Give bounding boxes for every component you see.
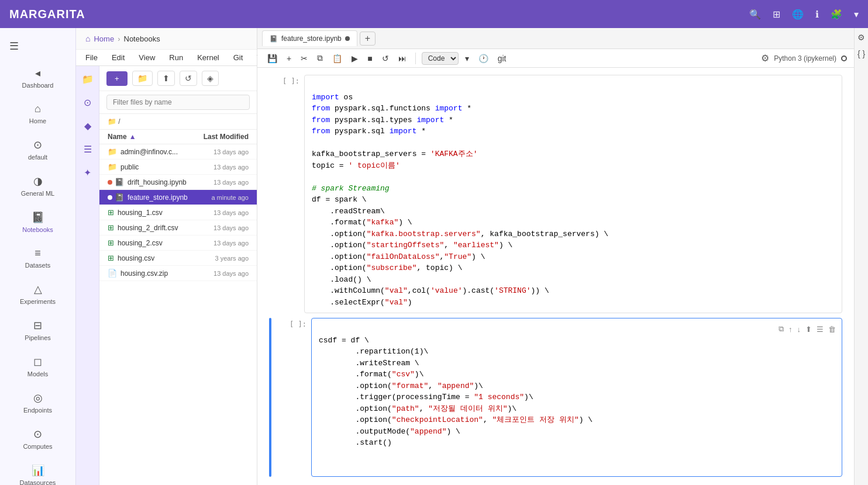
zip-icon: 📄: [108, 269, 117, 278]
refresh-button[interactable]: ↺: [180, 71, 197, 86]
string-literal: ' topic이름': [348, 161, 399, 170]
sidebar-item-notebooks[interactable]: 📓 Notebooks: [5, 205, 71, 239]
cell-content-2[interactable]: csdf = df \ .repartition(1)\ .writeStrea…: [311, 318, 842, 477]
string-literal: "kafka.bootstrap.servers": [367, 230, 481, 238]
panel-icon-circle[interactable]: ⊙: [80, 94, 96, 110]
list-item[interactable]: 📓 feature_store.ipynb a minute ago: [99, 190, 257, 205]
link-button[interactable]: ⬆: [804, 323, 813, 335]
folder-button[interactable]: 📁: [132, 71, 153, 86]
sidebar-item-pipelines[interactable]: ⊟ Pipelines: [5, 313, 71, 347]
breadcrumb-separator: ›: [118, 34, 120, 43]
sidebar-item-general-ml[interactable]: ◑ General ML: [5, 169, 71, 203]
menu-icon[interactable]: ☰: [9, 40, 19, 53]
panel-icon-diamond[interactable]: ◆: [80, 117, 96, 134]
add-cell-button[interactable]: +: [284, 52, 294, 65]
string-literal: 'KAFKA주소': [430, 150, 478, 158]
list-item[interactable]: 📄 housing.csv.zip 13 days ago: [99, 266, 257, 281]
menu-file[interactable]: File: [83, 52, 100, 63]
run-button[interactable]: ▶: [349, 52, 361, 65]
hamburger-menu[interactable]: ☰: [0, 35, 75, 57]
cut-button[interactable]: ✂: [298, 52, 311, 65]
sidebar-item-computes[interactable]: ⊙ Computes: [5, 422, 71, 456]
tab-modified-indicator: [345, 36, 350, 41]
chevron-down-icon[interactable]: ▾: [854, 9, 859, 20]
cell-content-1[interactable]: import os from pyspark.sql.functions imp…: [304, 75, 842, 313]
kernel-info: ⚙ Python 3 (ipykernel): [761, 53, 847, 64]
dropdown-button[interactable]: ▾: [462, 52, 472, 65]
sidebar-item-home[interactable]: ⌂ Home: [5, 97, 71, 130]
puzzle-icon[interactable]: 🧩: [831, 9, 842, 20]
git-button[interactable]: ◈: [202, 71, 219, 86]
delete-button[interactable]: 🗑: [827, 323, 837, 335]
dashboard-icon: ◂: [35, 67, 40, 79]
keyword: import: [312, 93, 339, 102]
sidebar-item-endpoints[interactable]: ◎ Endpoints: [5, 386, 71, 420]
right-settings-icon[interactable]: ⚙: [857, 33, 865, 42]
string-literal: "val": [385, 298, 408, 307]
move-down-button[interactable]: ↓: [796, 323, 802, 335]
column-name[interactable]: Name ▲: [108, 133, 184, 141]
search-input[interactable]: [106, 95, 250, 110]
settings-gear-icon[interactable]: ⚙: [761, 53, 769, 64]
string-literal: "kafka": [367, 218, 399, 227]
panel-icon-list[interactable]: ☰: [80, 141, 96, 157]
kernel-name: Python 3 (ipykernel): [774, 54, 836, 63]
notebook-cells: [ ]: import os from pyspark.sql.function…: [257, 68, 854, 485]
restart-button[interactable]: ↺: [379, 52, 392, 65]
string-literal: "format": [392, 382, 428, 390]
new-button[interactable]: +: [106, 71, 128, 86]
breadcrumb-current: Notebooks: [124, 34, 160, 43]
breadcrumb-home[interactable]: Home: [94, 34, 114, 43]
comment-button[interactable]: ☰: [815, 323, 825, 335]
menu-git[interactable]: Git: [231, 52, 246, 63]
string-literal: "val": [385, 286, 408, 295]
list-item[interactable]: ⊞ housing_1.csv 13 days ago: [99, 205, 257, 220]
list-item[interactable]: 📁 admin@infinov.c... 13 days ago: [99, 144, 257, 160]
menu-run[interactable]: Run: [167, 52, 185, 63]
sidebar: ☰ ◂ Dashboard ⌂ Home ⊙ default ◑ General…: [0, 28, 76, 485]
computes-icon: ⊙: [33, 428, 42, 441]
endpoints-icon: ◎: [33, 392, 43, 404]
menu-edit[interactable]: Edit: [109, 52, 127, 63]
folder-icon: 📁: [108, 162, 117, 171]
list-item[interactable]: ⊞ housing_2.csv 13 days ago: [99, 235, 257, 251]
file-panel-inner: 📁 ⊙ ◆ ☰ ✦ + 📁 ⬆ ↺ ◈: [76, 66, 257, 485]
add-tab-button[interactable]: +: [360, 32, 376, 46]
sidebar-item-datasources[interactable]: 📊 Datasources: [5, 458, 71, 485]
fast-forward-button[interactable]: ⏭: [395, 52, 409, 65]
git-label[interactable]: git: [495, 52, 509, 65]
right-code-icon[interactable]: { }: [857, 49, 865, 58]
list-item[interactable]: ⊞ housing_2_drift.csv 13 days ago: [99, 220, 257, 235]
experiments-icon: △: [34, 283, 42, 296]
search-icon[interactable]: 🔍: [749, 9, 761, 20]
notebook-tab[interactable]: 📓 feature_store.ipynb: [262, 30, 357, 46]
grid-icon[interactable]: ⊞: [773, 9, 780, 20]
stop-button[interactable]: ■: [364, 52, 375, 65]
sidebar-item-dashboard[interactable]: ◂ Dashboard: [5, 61, 71, 95]
sidebar-item-experiments[interactable]: △ Experiments: [5, 277, 71, 311]
home-icon: ⌂: [35, 103, 41, 115]
sidebar-item-default[interactable]: ⊙ default: [5, 133, 71, 167]
move-up-button[interactable]: ↑: [787, 323, 794, 335]
sidebar-item-datasets[interactable]: ≡ Datasets: [5, 241, 71, 275]
save-button[interactable]: 💾: [264, 52, 280, 65]
panel-icon-star[interactable]: ✦: [80, 164, 96, 181]
panel-icon-folder[interactable]: 📁: [80, 71, 96, 87]
list-item[interactable]: 📓 drift_housing.ipynb 13 days ago: [99, 175, 257, 190]
cell-type-select[interactable]: Code: [422, 52, 459, 65]
list-item[interactable]: ⊞ housing.csv 3 years ago: [99, 251, 257, 266]
paste-button[interactable]: 📋: [329, 52, 345, 65]
list-item[interactable]: 📁 public 13 days ago: [99, 160, 257, 175]
copy-cell-button[interactable]: ⧉: [777, 323, 785, 335]
cell-prompt-2: [ ]:: [276, 318, 311, 477]
info-icon[interactable]: ℹ: [815, 9, 819, 20]
menu-kernel[interactable]: Kernel: [195, 52, 222, 63]
models-icon: ◻: [33, 355, 42, 368]
keyword: from: [312, 127, 330, 136]
menu-view[interactable]: View: [136, 52, 157, 63]
globe-icon[interactable]: 🌐: [792, 9, 804, 20]
upload-button[interactable]: ⬆: [157, 71, 175, 86]
sidebar-item-models[interactable]: ◻ Models: [5, 349, 71, 383]
csv-icon: ⊞: [108, 223, 114, 232]
copy-button[interactable]: ⧉: [314, 51, 326, 65]
